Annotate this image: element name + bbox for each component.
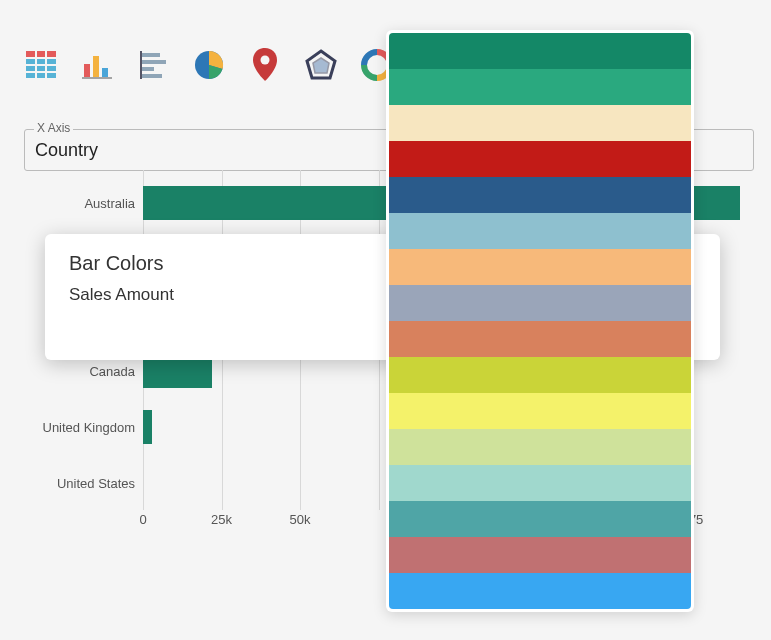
svg-rect-8 bbox=[102, 68, 108, 77]
bar-category-label: United Kingdom bbox=[0, 420, 143, 435]
color-swatch[interactable] bbox=[389, 429, 691, 465]
radar-icon[interactable] bbox=[304, 48, 338, 82]
chart-type-toolbar bbox=[24, 48, 394, 82]
color-swatch[interactable] bbox=[389, 285, 691, 321]
color-swatch[interactable] bbox=[389, 465, 691, 501]
color-swatch[interactable] bbox=[389, 357, 691, 393]
x-tick-label: 0 bbox=[139, 512, 146, 527]
x-axis-label: X Axis bbox=[34, 121, 73, 135]
color-swatch[interactable] bbox=[389, 177, 691, 213]
svg-rect-6 bbox=[84, 64, 90, 77]
svg-point-16 bbox=[261, 56, 270, 65]
x-tick-label: 50k bbox=[290, 512, 311, 527]
color-swatch[interactable] bbox=[389, 33, 691, 69]
bar-category-label: Canada bbox=[0, 364, 143, 379]
color-swatch[interactable] bbox=[389, 141, 691, 177]
color-swatch[interactable] bbox=[389, 213, 691, 249]
x-axis-value: Country bbox=[35, 140, 98, 161]
map-pin-icon[interactable] bbox=[248, 48, 282, 82]
color-swatch-panel bbox=[386, 30, 694, 612]
bar-category-label: Australia bbox=[0, 196, 143, 211]
svg-rect-3 bbox=[26, 73, 56, 78]
color-swatch[interactable] bbox=[389, 573, 691, 609]
color-swatch[interactable] bbox=[389, 249, 691, 285]
svg-rect-11 bbox=[142, 60, 166, 64]
bar-category-label: United States bbox=[0, 476, 143, 491]
svg-rect-12 bbox=[142, 67, 154, 71]
svg-rect-1 bbox=[26, 59, 56, 64]
color-swatch[interactable] bbox=[389, 105, 691, 141]
horizontal-bars-icon[interactable] bbox=[136, 48, 170, 82]
color-swatch[interactable] bbox=[389, 393, 691, 429]
color-swatch[interactable] bbox=[389, 69, 691, 105]
svg-rect-13 bbox=[142, 74, 162, 78]
pie-chart-icon[interactable] bbox=[192, 48, 226, 82]
x-tick-label: 25k bbox=[211, 512, 232, 527]
svg-rect-7 bbox=[93, 56, 99, 77]
bar-chart-icon[interactable] bbox=[80, 48, 114, 82]
svg-rect-10 bbox=[142, 53, 160, 57]
svg-rect-0 bbox=[26, 51, 56, 57]
table-icon[interactable] bbox=[24, 48, 58, 82]
color-swatch[interactable] bbox=[389, 501, 691, 537]
svg-rect-2 bbox=[26, 66, 56, 71]
color-swatch[interactable] bbox=[389, 321, 691, 357]
svg-marker-18 bbox=[313, 58, 329, 73]
bar[interactable] bbox=[143, 410, 152, 444]
color-swatch[interactable] bbox=[389, 537, 691, 573]
